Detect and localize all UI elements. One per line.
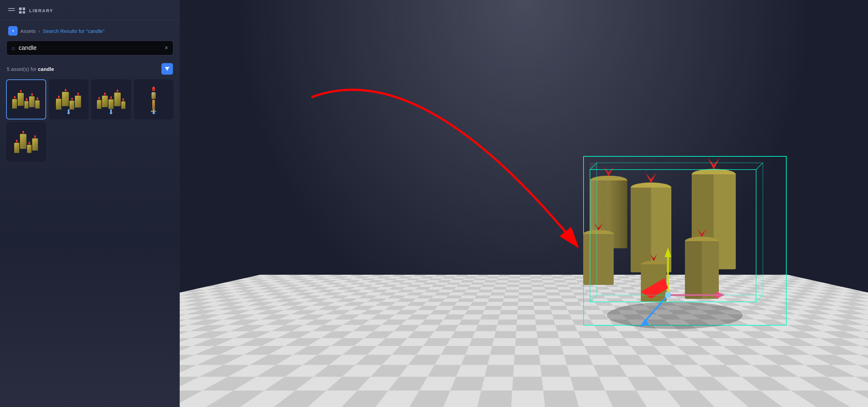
download-icon-2: ⬇ [66, 108, 72, 116]
breadcrumb-current: Search Results for "candle" [43, 28, 104, 34]
download-icon-3: ⬇ [108, 108, 114, 116]
asset-item-1[interactable] [6, 79, 46, 119]
clear-search-button[interactable]: × [164, 44, 168, 52]
asset-item-4[interactable]: ⬇ [134, 79, 174, 119]
svg-marker-11 [646, 173, 656, 183]
asset-grid: ⬇ ⬇ [0, 79, 180, 162]
library-title: LIBRARY [29, 8, 53, 13]
svg-rect-6 [583, 234, 614, 285]
menu-icon[interactable] [8, 8, 15, 13]
back-button[interactable] [8, 26, 18, 36]
sidebar: LIBRARY Assets › Search Results for "can… [0, 0, 180, 407]
asset-item-2[interactable]: ⬇ [49, 79, 89, 119]
breadcrumb: Assets › Search Results for "candle" [0, 20, 180, 40]
svg-marker-15 [708, 158, 719, 170]
svg-line-31 [756, 163, 763, 170]
filter-button[interactable] [161, 63, 173, 75]
grid-icon[interactable] [19, 7, 25, 14]
svg-line-32 [590, 295, 597, 302]
asset-item-3[interactable]: ⬇ [91, 79, 131, 119]
search-container: ⌕ × [0, 40, 180, 61]
annotation-arc [312, 90, 578, 247]
search-icon: ⌕ [12, 44, 15, 52]
results-count-text: 5 asset(s) for candle [7, 66, 54, 72]
svg-rect-10 [631, 188, 651, 272]
search-input[interactable] [19, 44, 161, 52]
search-box: ⌕ × [6, 40, 174, 56]
breadcrumb-assets[interactable]: Assets [20, 28, 36, 34]
sidebar-header: LIBRARY [0, 0, 180, 20]
3d-scene [563, 149, 800, 346]
svg-marker-4 [604, 167, 614, 176]
svg-point-0 [607, 302, 743, 329]
candle-scene-svg [563, 149, 800, 346]
svg-line-30 [590, 163, 597, 170]
svg-line-33 [756, 295, 763, 302]
breadcrumb-separator: › [38, 28, 40, 34]
viewport [180, 0, 868, 407]
download-icon-4: ⬇ [151, 108, 157, 116]
asset-item-5[interactable] [6, 122, 46, 162]
results-info: 5 asset(s) for candle [0, 61, 180, 79]
svg-rect-18 [685, 241, 702, 299]
